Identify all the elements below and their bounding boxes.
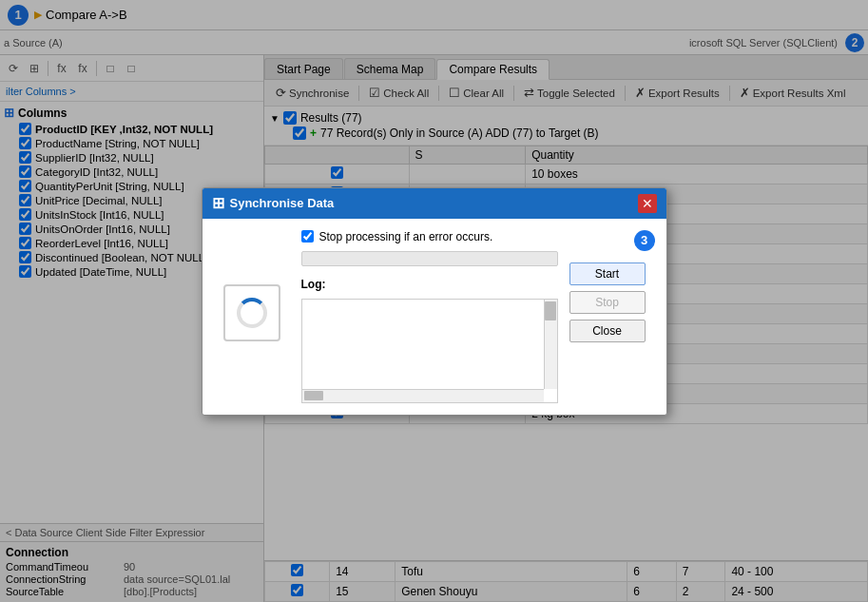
- log-label: Log:: [301, 278, 558, 291]
- modal-close-button[interactable]: ✕: [638, 194, 657, 213]
- modal-header-title: ⊞ Synchronise Data: [212, 194, 335, 212]
- modal-body: Stop processing if an error occurs. Log:: [203, 219, 666, 415]
- sync-dialog: ⊞ Synchronise Data ✕ Stop processing if …: [202, 187, 667, 416]
- log-area[interactable]: [301, 299, 558, 403]
- progress-bar-container: [301, 251, 558, 266]
- close-button[interactable]: Close: [569, 320, 646, 342]
- scrollbar-thumb-v: [545, 301, 556, 320]
- sync-icon-box: [223, 284, 280, 341]
- scrollbar-thumb-h: [304, 391, 323, 400]
- log-scrollbar-v[interactable]: [544, 300, 557, 389]
- modal-right: 3 Start Stop Close: [569, 230, 655, 403]
- start-button[interactable]: Start: [569, 262, 646, 285]
- modal-left: [214, 230, 290, 403]
- log-scrollbar-h[interactable]: [302, 389, 544, 402]
- stop-on-error-row: Stop processing if an error occurs.: [301, 230, 558, 243]
- step-badge-3: 3: [634, 230, 655, 251]
- sync-icon-header: ⊞: [212, 194, 224, 212]
- modal-overlay: ⊞ Synchronise Data ✕ Stop processing if …: [0, 0, 868, 602]
- sync-spinner: [237, 298, 267, 328]
- stop-on-error-label: Stop processing if an error occurs.: [319, 230, 493, 243]
- modal-header: ⊞ Synchronise Data ✕: [203, 188, 666, 219]
- stop-on-error-checkbox[interactable]: [301, 230, 314, 243]
- modal-center: Stop processing if an error occurs. Log:: [301, 230, 558, 403]
- stop-button[interactable]: Stop: [569, 291, 646, 314]
